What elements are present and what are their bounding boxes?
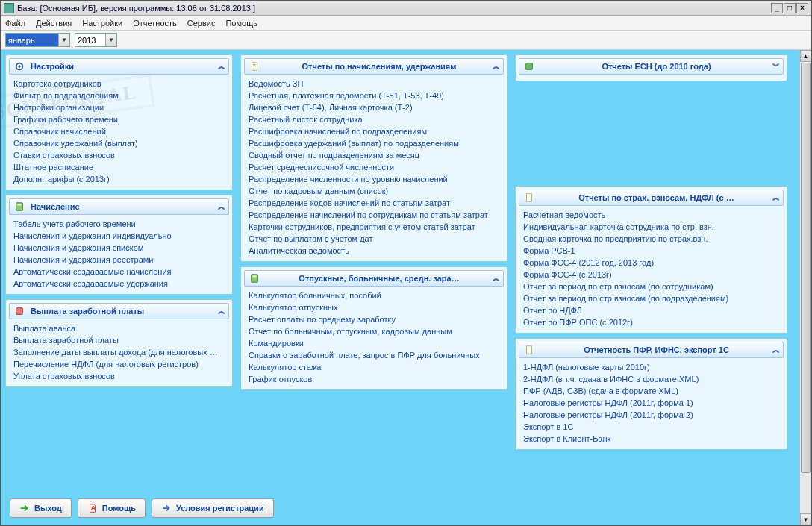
svg-rect-3 [17,204,21,206]
chevron-down-icon: ︾ [772,61,778,72]
link-item[interactable]: Справки о заработной плате, запрос в ПФР… [249,351,501,360]
link-item[interactable]: Уплата страховых взносов [13,372,226,381]
report-icon [524,61,534,72]
link-item[interactable]: Распределение численности по уровню начи… [249,175,501,184]
panel-header-pfr[interactable]: Отчетность ПФР, ИФНС, экспорт 1С ︽ [519,342,784,358]
link-item[interactable]: Картотека сотрудников [13,79,226,88]
link-item[interactable]: 2-НДФЛ (в т.ч. сдача в ИФНС в формате XM… [523,375,781,383]
link-item[interactable]: Табель учета рабочего времени [13,219,226,228]
panel-title: Выплата заработной платы [31,307,218,316]
link-item[interactable]: Командировки [249,339,501,348]
link-item[interactable]: Экспорт в 1С [523,422,781,431]
link-item[interactable]: Отчет по ПФР ОПС (с 2012г) [523,318,781,327]
link-item[interactable]: Форма РСВ-1 [523,246,781,255]
link-item[interactable]: Справочник начислений [13,127,226,136]
menu-file[interactable]: Файл [5,19,25,28]
link-item[interactable]: Отчет по больничным, отпускным, кадровым… [249,327,501,336]
year-input[interactable] [75,34,105,46]
year-combo[interactable]: ▼ [75,33,117,47]
month-combo[interactable]: ▼ [5,33,70,47]
scroll-thumb[interactable] [801,63,811,473]
panel-header-settings[interactable]: Настройки ︽ [9,58,229,75]
link-item[interactable]: Заполнение даты выплаты дохода (для нало… [13,348,226,357]
link-item[interactable]: Настройки организации [13,103,226,112]
link-item[interactable]: Аналитическая ведомость [249,246,501,255]
register-button[interactable]: Условия регистрации [152,498,274,518]
link-item[interactable]: Выплата заработной платы [13,336,226,345]
dropdown-icon[interactable]: ▼ [58,34,69,46]
menu-service[interactable]: Сервис [187,19,216,28]
link-item[interactable]: Экспорт в Клиент-Банк [523,434,781,443]
panel-header-payout[interactable]: Выплата заработной платы ︽ [9,303,229,319]
link-item[interactable]: Налоговые регистры НДФЛ (2011г, форма 2) [523,410,781,419]
link-item[interactable]: Начисления и удержания списком [13,243,226,252]
link-item[interactable]: Отчет по выплатам с учетом дат [249,234,501,243]
link-item[interactable]: Расшифровка начислений по подразделениям [249,127,501,136]
button-label: Условия регистрации [176,504,264,513]
link-item[interactable]: Калькулятор отпускных [249,303,501,312]
help-button[interactable]: A Помощь [78,498,146,518]
menu-reports[interactable]: Отчетность [133,19,177,28]
menu-settings[interactable]: Настройки [82,19,122,28]
vertical-scrollbar[interactable]: ▲ ▼ [799,50,811,525]
month-input[interactable] [6,34,58,46]
minimize-button[interactable]: _ [771,3,783,13]
link-item[interactable]: Дополн.тарифы (с 2013г) [13,175,226,184]
link-item[interactable]: Отчет по НДФЛ [523,306,781,315]
link-item[interactable]: Налоговые регистры НДФЛ (2011г, форма 1) [523,398,781,407]
link-item[interactable]: Начисления и удержания реестрами [13,255,226,264]
link-item[interactable]: Форма ФСС-4 (с 2013г) [523,270,781,279]
link-item[interactable]: Расчетный листок сотрудника [249,115,501,124]
links-vacation: Калькулятор больничных, пособийКалькулят… [241,289,507,389]
exit-button[interactable]: Выход [10,498,72,518]
link-item[interactable]: Штатное расписание [13,163,226,172]
link-item[interactable]: График отпусков [249,375,501,383]
chevron-up-icon: ︽ [772,192,778,203]
link-item[interactable]: Справочник удержаний (выплат) [13,139,226,148]
link-item[interactable]: Расшифровка удержаний (выплат) по подраз… [249,139,501,148]
scroll-up-button[interactable]: ▲ [800,50,811,62]
link-item[interactable]: Расчет оплаты по среднему заработку [249,315,501,324]
link-item[interactable]: Ставки страховых взносов [13,151,226,160]
link-item[interactable]: Калькулятор стажа [249,363,501,372]
scroll-down-button[interactable]: ▼ [800,513,811,525]
link-item[interactable]: Графики рабочего времени [13,115,226,124]
link-item[interactable]: Расчетная ведомость [523,210,781,219]
link-item[interactable]: Отчет за период по стр.взносам (по подра… [523,294,781,303]
svg-point-1 [18,65,21,68]
link-item[interactable]: Фильтр по подразделениям [13,91,226,100]
link-item[interactable]: Карточки сотрудников, предприятия с учет… [249,222,501,231]
link-item[interactable]: Калькулятор больничных, пособий [249,291,501,300]
link-item[interactable]: Отчет за период по стр.взносам (по сотру… [523,282,781,291]
link-item[interactable]: Начисления и удержания индивидуально [13,231,226,240]
panel-header-reports[interactable]: Отчеты по начислениям, удержаниям ︽ [244,58,504,75]
dropdown-icon[interactable]: ▼ [105,34,116,46]
link-item[interactable]: ПФР (АДВ, СЗВ) (сдача в формате XML) [523,386,781,395]
panel-payout: Выплата заработной платы ︽ Выплата аванс… [5,299,233,387]
link-item[interactable]: Лицевой счет (Т-54), Личная карточка (Т-… [249,103,501,112]
link-item[interactable]: Перечисление НДФЛ (для налоговых регистр… [13,360,226,369]
link-item[interactable]: Индивидуальная карточка сотрудника по ст… [523,222,781,231]
link-item[interactable]: Распределение кодов начислений по статья… [249,198,501,207]
maximize-button[interactable]: □ [784,3,796,13]
panel-header-esn[interactable]: Отчеты ЕСН (до 2010 года) ︾ [519,58,784,75]
link-item[interactable]: Расчетная, платежная ведомости (Т-51, Т-… [249,91,501,100]
link-item[interactable]: Расчет среднесписочной численности [249,163,501,172]
link-item[interactable]: Форма ФСС-4 (2012 год, 2013 год) [523,258,781,267]
close-button[interactable]: × [796,3,808,13]
menu-help[interactable]: Помощь [225,19,257,28]
link-item[interactable]: Отчет по кадровым данным (список) [249,187,501,195]
link-item[interactable]: Сводная карточка по предприятию по страх… [523,234,781,243]
panel-header-insurance[interactable]: Отчеты по страх. взносам, НДФЛ (с … ︽ [519,190,784,206]
panel-accrual: Начисление ︽ Табель учета рабочего време… [5,195,233,295]
link-item[interactable]: Автоматически создаваемые начисления [13,267,226,276]
link-item[interactable]: Ведомость ЗП [249,79,501,88]
link-item[interactable]: Автоматически создаваемые удержания [13,279,226,288]
panel-header-accrual[interactable]: Начисление ︽ [9,198,229,215]
link-item[interactable]: Выплата аванса [13,324,226,333]
link-item[interactable]: Сводный отчет по подразделениям за месяц [249,151,501,160]
menu-actions[interactable]: Действия [36,19,72,28]
panel-header-vacation[interactable]: Отпускные, больничные, средн. зара… ︽ [244,270,504,287]
link-item[interactable]: Распределение начислений по сотрудникам … [249,210,501,219]
link-item[interactable]: 1-НДФЛ (налоговые карты 2010г) [523,363,781,372]
